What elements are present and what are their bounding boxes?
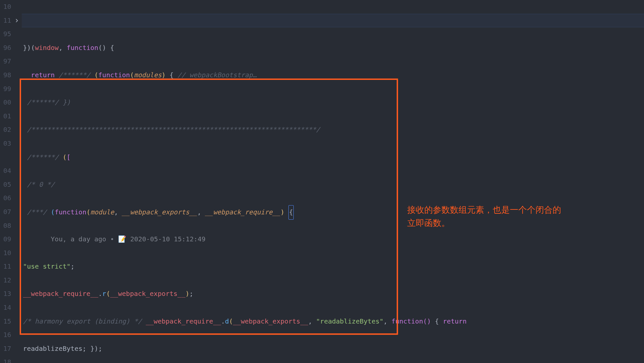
fold-chevron-icon[interactable]: ›	[12, 14, 22, 28]
line-number: 99	[0, 82, 11, 96]
code-line: })(window, function() {	[23, 41, 644, 55]
line-number: 06	[0, 191, 11, 205]
line-number: 04	[0, 164, 11, 178]
line-number	[0, 151, 11, 164]
line-number: 05	[0, 178, 11, 192]
line-number: 14	[0, 301, 11, 315]
code-area[interactable]: })(window, function() { return /******/ …	[22, 0, 644, 363]
line-number: 97	[0, 55, 11, 68]
line-number: 95	[0, 27, 11, 41]
line-number: 13	[0, 287, 11, 301]
line-number-gutter: 1011959697989900010203040506070809101112…	[0, 0, 12, 363]
line-number: 07	[0, 205, 11, 219]
line-number: 12	[0, 274, 11, 287]
line-number: 18	[0, 355, 11, 363]
code-line: "use strict";	[23, 260, 644, 274]
fold-gutter: ›	[12, 0, 22, 363]
code-line: /******/ ([	[23, 151, 644, 164]
annotation-text: 接收的参数数组元素，也是一个个闭合的 立即函数。	[407, 203, 578, 230]
line-number: 16	[0, 328, 11, 342]
line-number: 98	[0, 68, 11, 82]
code-editor[interactable]: 1011959697989900010203040506070809101112…	[0, 0, 644, 363]
code-line: /***************************************…	[23, 123, 644, 137]
line-number: 09	[0, 232, 11, 246]
code-lens-line: You, a day ago • 📝 2020-05-10 15:12:49	[23, 232, 644, 246]
line-number: 08	[0, 219, 11, 233]
active-line-indicator	[22, 14, 644, 28]
matching-brace: {	[288, 205, 294, 220]
line-number: 11	[0, 260, 11, 274]
line-number: 02	[0, 123, 11, 137]
line-number: 10	[0, 0, 11, 14]
line-number: 01	[0, 109, 11, 123]
line-number: 15	[0, 315, 11, 328]
line-number: 00	[0, 96, 11, 109]
line-number: 03	[0, 137, 11, 151]
code-line: /* harmony export (binding) */ __webpack…	[23, 315, 644, 328]
code-line: /******/ })	[23, 96, 644, 109]
code-line: __webpack_require__.r(__webpack_exports_…	[23, 287, 644, 301]
line-number: 10	[0, 246, 11, 260]
code-line: /* 0 */	[23, 178, 644, 192]
line-number: 11	[0, 14, 11, 28]
code-line: readablizeBytes; });	[23, 342, 644, 356]
pencil-icon: 📝	[118, 235, 126, 243]
line-number: 17	[0, 342, 11, 356]
line-number: 96	[0, 41, 11, 55]
git-blame-annotation: You, a day ago • 📝 2020-05-10 15:12:49	[51, 235, 206, 243]
code-line: return /******/ (function(modules) { // …	[23, 68, 644, 82]
